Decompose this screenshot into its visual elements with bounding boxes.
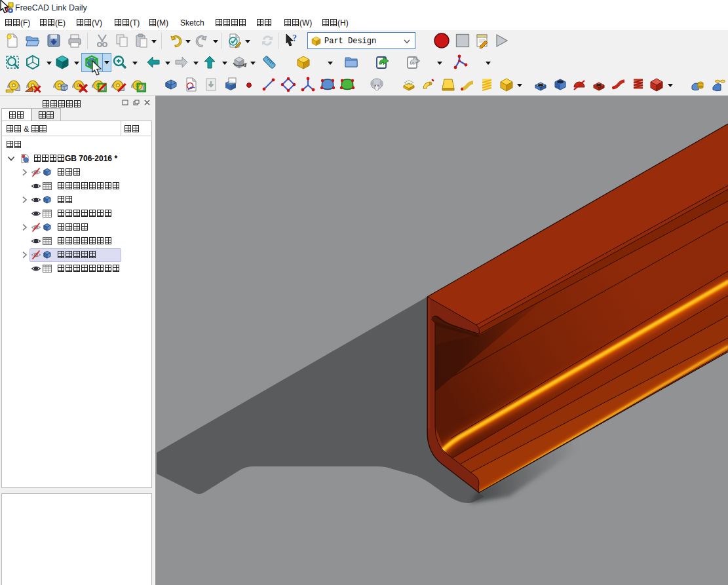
svg-text:?: ? <box>292 33 297 43</box>
